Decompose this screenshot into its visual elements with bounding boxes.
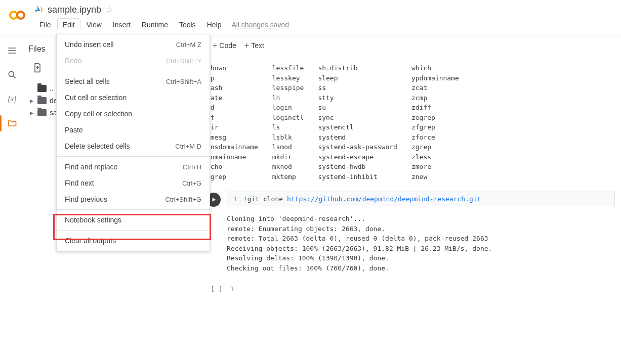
- menu-edit[interactable]: Edit: [57, 18, 80, 31]
- menu-separator: [57, 71, 210, 71]
- menu-find-previous[interactable]: Find previous Ctrl+Shift+G: [57, 191, 210, 207]
- svg-line-3: [14, 76, 16, 78]
- caret-icon: ▸: [28, 97, 34, 105]
- menu-item-label: Delete selected cells: [65, 142, 130, 150]
- menu-item-shortcut: Ctrl+G: [182, 179, 201, 187]
- menu-item-shortcut: Ctrl+Shift+Y: [166, 57, 201, 65]
- menu-separator: [57, 230, 210, 231]
- add-text-button[interactable]: + Text: [244, 41, 264, 50]
- header: sample.ipynb ☆ File Edit View Insert Run…: [0, 0, 621, 35]
- svg-point-0: [10, 12, 17, 19]
- menu-item-label: Copy cell or selection: [65, 110, 132, 118]
- add-text-label: Text: [251, 41, 264, 50]
- ls-col-2: lessfile lesskey lesspipe ln login login…: [272, 63, 304, 181]
- search-icon[interactable]: [6, 69, 18, 81]
- notebook-title[interactable]: sample.ipynb: [48, 5, 101, 15]
- menu-find-next[interactable]: Find next Ctrl+G: [57, 175, 210, 191]
- folder-icon: [37, 109, 47, 116]
- files-icon[interactable]: [6, 117, 18, 129]
- code-input[interactable]: 1 !git clone https://github.com/deepmind…: [227, 192, 615, 206]
- menu-item-label: Notebook settings: [65, 216, 121, 224]
- notebook-content: [13] chown cp dash date dd df dir dmesg …: [206, 56, 621, 293]
- menu-delete-cells[interactable]: Delete selected cells Ctrl+M D: [57, 138, 210, 154]
- svg-point-1: [17, 12, 24, 19]
- code-cell: 1 !git clone https://github.com/deepmind…: [206, 192, 615, 207]
- menu-paste[interactable]: Paste: [57, 122, 210, 138]
- menu-item-label: Undo insert cell: [65, 40, 114, 49]
- ls-col-1: chown cp dash date dd df dir dmesg dnsdo…: [206, 63, 258, 181]
- menu-item-shortcut: Ctrl+Shift+A: [166, 78, 201, 85]
- ls-output: chown cp dash date dd df dir dmesg dnsdo…: [206, 63, 615, 181]
- menu-item-label: Select all cells: [65, 77, 110, 85]
- menu-item-label: Redo: [65, 57, 81, 65]
- menu-separator: [57, 209, 210, 210]
- ls-col-3: sh.distrib sleep ss stty su sync systemc…: [318, 63, 397, 181]
- menu-help[interactable]: Help: [202, 19, 227, 31]
- empty-cell[interactable]: [ ] 1: [211, 285, 615, 293]
- menu-item-shortcut: Ctrl+M Z: [176, 41, 201, 49]
- table-of-contents-icon[interactable]: [6, 44, 18, 57]
- colab-logo-icon: [8, 6, 26, 24]
- menu-cut[interactable]: Cut cell or selection: [57, 89, 210, 106]
- folder-icon: [37, 85, 47, 92]
- save-status[interactable]: All changes saved: [231, 21, 289, 29]
- add-code-label: Code: [219, 41, 236, 50]
- edit-menu-dropdown: Undo insert cell Ctrl+M Z Redo Ctrl+Shif…: [56, 34, 210, 251]
- menu-select-all-cells[interactable]: Select all cells Ctrl+Shift+A: [57, 73, 210, 89]
- menu-item-label: Find previous: [65, 195, 107, 203]
- plus-icon: +: [244, 41, 249, 50]
- menu-copy[interactable]: Copy cell or selection: [57, 106, 210, 122]
- code-line-number: 1: [230, 285, 234, 293]
- menu-runtime[interactable]: Runtime: [137, 19, 173, 31]
- menu-bar: File Edit View Insert Runtime Tools Help…: [34, 18, 613, 31]
- cell-execution-count: [ ]: [211, 285, 222, 293]
- svg-point-2: [9, 71, 14, 76]
- variables-icon[interactable]: {x}: [6, 93, 18, 105]
- menu-clear-outputs[interactable]: Clear all outputs: [57, 233, 210, 249]
- menu-notebook-settings[interactable]: Notebook settings: [57, 212, 210, 228]
- menu-redo: Redo Ctrl+Shift+Y: [57, 53, 210, 69]
- menu-tools[interactable]: Tools: [174, 19, 201, 31]
- menu-item-label: Clear all outputs: [65, 237, 116, 245]
- code-url[interactable]: https://github.com/deepmind/deepmind-res…: [287, 195, 481, 203]
- menu-view[interactable]: View: [81, 19, 107, 31]
- ls-col-4: which ypdomainname zcat zcmp zdiff zegre…: [411, 63, 459, 181]
- menu-file[interactable]: File: [34, 19, 56, 31]
- menu-item-shortcut: Ctrl+Shift+G: [165, 196, 201, 203]
- sidebar-rail: {x}: [0, 35, 24, 364]
- upload-icon[interactable]: [32, 63, 43, 74]
- menu-item-label: Find next: [65, 179, 94, 187]
- plus-icon: +: [213, 41, 217, 50]
- drive-icon: [34, 5, 44, 14]
- menu-item-label: Find and replace: [65, 163, 117, 171]
- add-code-button[interactable]: + Code: [213, 41, 236, 50]
- caret-icon: ▸: [28, 109, 34, 117]
- clone-output: Cloning into 'deepmind-research'... remo…: [227, 214, 615, 273]
- title-row: sample.ipynb ☆: [34, 4, 613, 15]
- folder-icon: [37, 97, 47, 104]
- menu-separator: [57, 156, 210, 157]
- header-main: sample.ipynb ☆ File Edit View Insert Run…: [34, 4, 613, 31]
- menu-find-replace[interactable]: Find and replace Ctrl+H: [57, 159, 210, 175]
- menu-insert[interactable]: Insert: [108, 19, 136, 31]
- menu-item-label: Paste: [65, 126, 83, 134]
- menu-item-label: Cut cell or selection: [65, 94, 127, 102]
- menu-item-shortcut: Ctrl+H: [183, 163, 201, 171]
- star-icon[interactable]: ☆: [105, 4, 113, 15]
- code-text: !git clone https://github.com/deepmind/d…: [243, 195, 481, 203]
- ls-cell: [13]: [206, 56, 615, 63]
- menu-undo[interactable]: Undo insert cell Ctrl+M Z: [57, 36, 210, 53]
- code-line-number: 1: [233, 195, 237, 203]
- menu-item-shortcut: Ctrl+M D: [175, 143, 201, 150]
- tree-item-label: ..: [50, 84, 54, 93]
